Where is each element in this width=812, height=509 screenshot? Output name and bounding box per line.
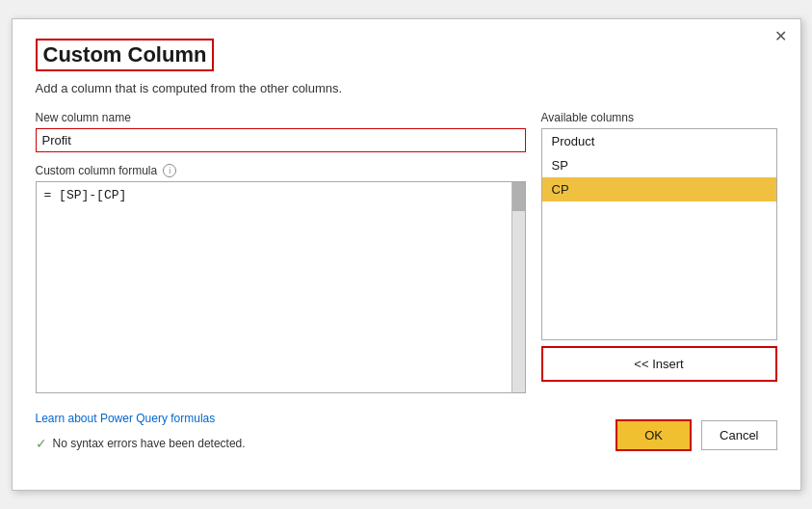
available-columns-label: Available columns [541,111,777,124]
formula-textarea[interactable]: = [SP]-[CP] [37,182,525,392]
learn-link[interactable]: Learn about Power Query formulas [36,412,216,425]
insert-button-wrapper: << Insert [541,346,777,382]
ok-button[interactable]: OK [616,419,692,451]
column-item[interactable]: CP [542,177,776,201]
close-button[interactable]: ✕ [774,29,787,44]
formula-label: Custom column formula i [36,164,526,177]
formula-scrollbar[interactable] [511,182,525,392]
status-row: ✓ No syntax errors have been detected. [36,436,616,451]
footer-buttons: OK Cancel [616,419,776,451]
dialog-subtitle: Add a column that is computed from the o… [36,81,777,95]
column-item[interactable]: Product [542,129,776,153]
columns-list[interactable]: ProductSPCP [541,128,777,340]
main-content: New column name Custom column formula i … [36,111,777,393]
dialog-title: Custom Column [36,39,215,71]
bottom-left: Learn about Power Query formulas ✓ No sy… [36,409,616,451]
info-icon[interactable]: i [163,164,176,177]
custom-column-dialog: ✕ Custom Column Add a column that is com… [12,18,801,491]
column-name-label: New column name [36,111,526,124]
insert-button[interactable]: << Insert [545,350,773,378]
column-item[interactable]: SP [542,153,776,177]
formula-scrollbar-thumb [512,182,525,211]
check-icon: ✓ [36,436,47,451]
cancel-button[interactable]: Cancel [701,420,776,450]
right-panel: Available columns ProductSPCP << Insert [541,111,777,393]
left-panel: New column name Custom column formula i … [36,111,526,393]
bottom-row: Learn about Power Query formulas ✓ No sy… [36,409,777,451]
status-text: No syntax errors have been detected. [53,437,246,450]
column-name-input[interactable] [36,128,526,152]
formula-area-wrapper: = [SP]-[CP] [36,181,526,393]
